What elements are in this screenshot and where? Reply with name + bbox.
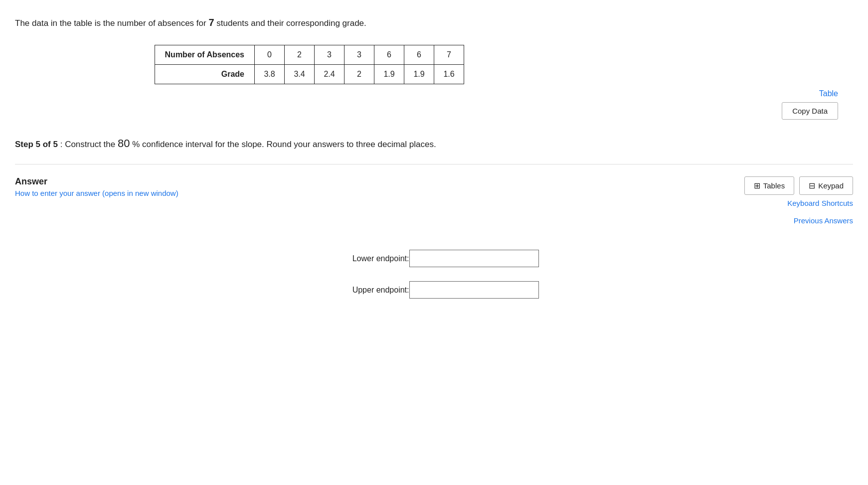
grade-val-5: 1.9 [404,65,434,84]
grade-val-0: 3.8 [255,65,285,84]
answer-right: ⊞ Tables ⊟ Keypad Keyboard Shortcuts Pre… [744,176,853,225]
absences-val-5: 6 [404,45,434,65]
absences-val-3: 3 [345,45,374,65]
copy-data-button[interactable]: Copy Data [782,102,838,120]
upper-endpoint-input[interactable] [409,281,539,299]
grade-val-1: 3.4 [285,65,315,84]
answer-header-row: Answer How to enter your answer (opens i… [15,176,853,225]
previous-answers-link[interactable]: Previous Answers [794,216,853,225]
absences-grade-table: Number of Absences 0 2 3 3 6 6 7 Grade 3… [155,45,464,84]
grade-row-header: Grade [155,65,255,84]
how-to-enter-link[interactable]: How to enter your answer (opens in new w… [15,189,178,197]
absences-val-1: 2 [285,45,315,65]
student-count: 7 [208,17,214,28]
step-separator: : [58,140,65,149]
table-link[interactable]: Table [819,89,838,98]
absences-val-4: 6 [374,45,404,65]
step-label: Step 5 of 5 [15,140,58,149]
step-text-before: Construct the [65,140,118,149]
button-row: ⊞ Tables ⊟ Keypad [744,176,853,195]
inputs-section: Lower endpoint: Upper endpoint: [15,250,853,299]
tables-button[interactable]: ⊞ Tables [744,176,794,195]
table-link-row: Table [15,89,853,98]
absences-val-0: 0 [255,45,285,65]
lower-endpoint-input[interactable] [409,250,539,267]
absences-val-6: 7 [434,45,464,65]
keypad-button[interactable]: ⊟ Keypad [799,176,853,195]
answer-left: Answer How to enter your answer (opens i… [15,176,178,197]
keyboard-shortcuts-link[interactable]: Keyboard Shortcuts [787,199,853,207]
answer-title: Answer [15,176,178,187]
table-row-grade: Grade 3.8 3.4 2.4 2 1.9 1.9 1.6 [155,65,464,84]
data-table-section: Number of Absences 0 2 3 3 6 6 7 Grade 3… [155,45,853,84]
keypad-icon: ⊟ [809,181,815,190]
grade-val-3: 2 [345,65,374,84]
lower-endpoint-row: Lower endpoint: [330,250,539,267]
copy-data-row: Copy Data [15,102,853,120]
grade-val-6: 1.6 [434,65,464,84]
upper-endpoint-row: Upper endpoint: [330,281,539,299]
tables-icon: ⊞ [754,181,760,190]
grade-val-2: 2.4 [315,65,345,84]
absences-val-2: 3 [315,45,345,65]
step-text-middle: % confidence interval for the slope. Rou… [130,140,436,149]
confidence-value: 80 [118,137,130,150]
intro-text: The data in the table is the number of a… [15,15,853,30]
table-row-absences: Number of Absences 0 2 3 3 6 6 7 [155,45,464,65]
upper-endpoint-label: Upper endpoint: [330,286,409,295]
absences-row-header: Number of Absences [155,45,255,65]
step-section: Step 5 of 5 : Construct the 80 % confide… [15,135,853,164]
keypad-label: Keypad [818,181,844,190]
tables-label: Tables [763,181,785,190]
lower-endpoint-label: Lower endpoint: [330,254,409,263]
intro-text-after: students and their corresponding grade. [214,18,366,28]
answer-section: Answer How to enter your answer (opens i… [0,164,868,314]
intro-text-before: The data in the table is the number of a… [15,18,208,28]
grade-val-4: 1.9 [374,65,404,84]
